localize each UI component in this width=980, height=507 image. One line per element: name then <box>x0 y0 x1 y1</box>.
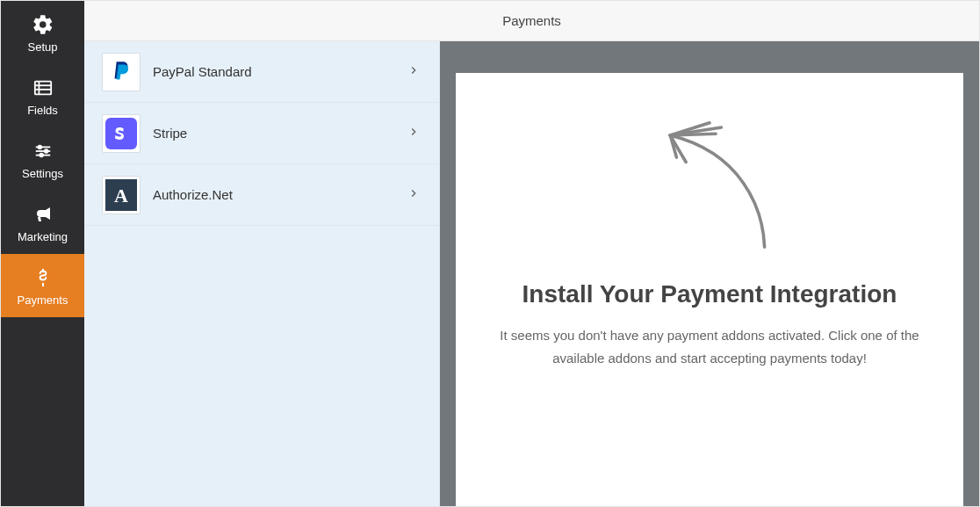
sidebar: Setup Fields Settings Marketing Payments <box>1 1 84 506</box>
chevron-right-icon <box>407 64 420 80</box>
svg-rect-0 <box>34 81 50 94</box>
sidebar-item-label: Payments <box>18 293 68 307</box>
empty-state-title: Install Your Payment Integration <box>522 280 897 308</box>
svg-text:A: A <box>114 185 128 206</box>
empty-state-card: Install Your Payment Integration It seem… <box>456 73 963 506</box>
provider-name: Authorize.Net <box>153 187 407 202</box>
provider-row-stripe[interactable]: Stripe <box>84 103 439 164</box>
columns: PayPal Standard Stripe A <box>84 41 979 506</box>
provider-name: PayPal Standard <box>153 64 407 79</box>
stripe-icon <box>102 114 141 153</box>
sidebar-item-label: Settings <box>22 167 63 180</box>
paypal-icon <box>102 53 141 91</box>
sidebar-item-label: Setup <box>28 40 58 54</box>
provider-row-paypal[interactable]: PayPal Standard <box>84 41 439 103</box>
list-icon <box>31 76 55 100</box>
sidebar-item-label: Marketing <box>18 230 68 243</box>
provider-name: Stripe <box>153 126 407 141</box>
arrow-sketch-icon <box>631 113 789 263</box>
sidebar-item-marketing[interactable]: Marketing <box>1 191 84 254</box>
sidebar-item-setup[interactable]: Setup <box>1 1 84 64</box>
svg-point-8 <box>44 149 47 153</box>
sidebar-item-label: Fields <box>27 104 58 117</box>
chevron-right-icon <box>407 187 420 203</box>
sidebar-item-payments[interactable]: Payments <box>1 254 84 317</box>
bullhorn-icon <box>31 202 55 227</box>
svg-point-9 <box>40 153 43 156</box>
chevron-right-icon <box>407 126 420 141</box>
provider-row-authorizenet[interactable]: A Authorize.Net <box>84 164 439 226</box>
main: Payments PayPal Standard <box>84 1 979 506</box>
sidebar-item-fields[interactable]: Fields <box>1 64 84 127</box>
content-panel: Install Your Payment Integration It seem… <box>440 41 979 506</box>
app-root: Setup Fields Settings Marketing Payments <box>0 0 980 507</box>
gear-icon <box>31 12 55 37</box>
page-title: Payments <box>502 13 561 28</box>
page-header: Payments <box>84 1 979 41</box>
authorizenet-icon: A <box>102 176 141 214</box>
dollar-icon <box>31 265 55 290</box>
providers-list: PayPal Standard Stripe A <box>84 41 440 506</box>
svg-point-7 <box>38 145 41 148</box>
sidebar-item-settings[interactable]: Settings <box>1 127 84 191</box>
sliders-icon <box>31 139 55 163</box>
empty-state-desc: It seems you don't have any payment addo… <box>481 324 938 369</box>
